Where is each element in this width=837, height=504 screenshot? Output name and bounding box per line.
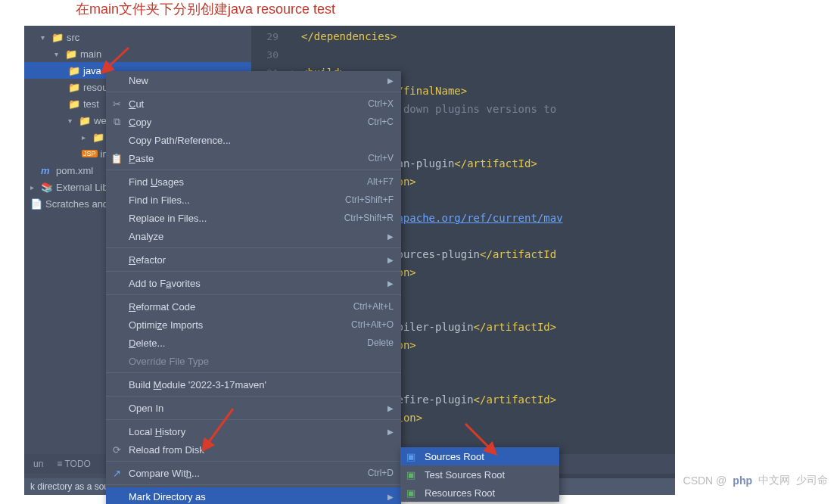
folder-icon: 📁: [92, 132, 104, 143]
folder-icon: 📁: [68, 65, 80, 76]
copy-icon: ⧉: [110, 116, 123, 128]
context-menu: New▶ ✂CutCtrl+X ⧉CopyCtrl+C Copy Path/Re…: [106, 71, 401, 504]
menu-analyze[interactable]: Analyze▶: [106, 227, 401, 245]
shortcut: Ctrl+Alt+O: [351, 319, 394, 330]
chevron-down-icon: ▾: [41, 33, 48, 42]
menu-separator: [106, 294, 401, 295]
shortcut: Delete: [367, 338, 394, 348]
shortcut: Ctrl+D: [368, 468, 394, 478]
shortcut: Ctrl+C: [368, 117, 394, 127]
chevron-right-icon: ▶: [387, 256, 394, 264]
chevron-right-icon: ▶: [387, 404, 394, 412]
menu-separator: [106, 461, 401, 462]
run-tab[interactable]: un: [33, 459, 43, 469]
folder-icon: 📁: [68, 82, 80, 93]
menu-separator: [106, 247, 401, 248]
scratches-icon: 📄: [30, 198, 42, 210]
page-title: 在main文件夹下分别创建java resource test: [0, 0, 837, 24]
menu-cut[interactable]: ✂CutCtrl+X: [106, 95, 401, 113]
shortcut: Ctrl+Alt+L: [353, 301, 394, 312]
mark-directory-submenu: ▣Sources Root ▣Test Sources Root ▣Resour…: [400, 447, 559, 502]
menu-open-in[interactable]: Open In▶: [106, 399, 401, 417]
tree-label: Scratches and: [45, 198, 108, 210]
menu-refactor[interactable]: Refactor▶: [106, 250, 401, 269]
folder-icon: 📁: [79, 115, 91, 126]
menu-separator: [106, 170, 401, 170]
menu-build-module[interactable]: Build Module '2022-3-17maven': [106, 375, 401, 394]
tree-label: pom.xml: [56, 165, 93, 176]
menu-reload[interactable]: ⟳Reload from Disk: [106, 440, 401, 459]
chevron-right-icon: ▶: [387, 232, 394, 241]
chevron-down-icon: ▾: [68, 117, 76, 125]
chevron-right-icon: ▶: [387, 428, 394, 436]
folder-test-icon: ▣: [406, 469, 418, 481]
line-number: 30: [251, 49, 289, 61]
tree-label: java: [83, 65, 101, 76]
menu-separator: [106, 271, 401, 272]
tree-label: test: [83, 98, 99, 110]
paste-icon: 📋: [110, 153, 123, 164]
library-icon: 📚: [41, 182, 53, 193]
chevron-down-icon: ▾: [54, 50, 62, 58]
watermark: CSDN @ php 中文网 少司命: [683, 474, 828, 487]
chevron-right-icon: ▶: [387, 493, 394, 501]
code-line: </dependencies>: [301, 30, 397, 42]
folder-icon: 📁: [68, 98, 80, 110]
cut-icon: ✂: [110, 98, 123, 110]
menu-separator: [106, 92, 401, 92]
tree-row[interactable]: ▾ 📁 main: [24, 45, 251, 62]
compare-icon: ↗: [110, 468, 123, 479]
shortcut: Ctrl+Shift+F: [345, 194, 394, 205]
chevron-right-icon: ▶: [387, 279, 394, 288]
shortcut: Ctrl+V: [368, 153, 394, 163]
shortcut: Ctrl+Shift+R: [344, 213, 394, 223]
menu-replace-in-files[interactable]: Replace in Files...Ctrl+Shift+R: [106, 209, 401, 227]
menu-override-type: Override File Type: [106, 352, 401, 370]
folder-icon: 📁: [65, 48, 77, 60]
menu-optimize-imports[interactable]: Optimize ImportsCtrl+Alt+O: [106, 316, 401, 334]
menu-copy-path[interactable]: Copy Path/Reference...: [106, 131, 401, 149]
tree-row[interactable]: ▾ 📁 src: [24, 29, 251, 45]
folder-icon: 📁: [51, 32, 64, 43]
menu-find-usages[interactable]: Find UsagesAlt+F7: [106, 173, 401, 191]
submenu-test-sources-root[interactable]: ▣Test Sources Root: [400, 465, 559, 484]
chevron-right-icon: ▸: [82, 133, 89, 142]
reload-icon: ⟳: [110, 444, 123, 456]
submenu-resources-root[interactable]: ▣Resources Root: [400, 484, 559, 502]
menu-separator: [106, 372, 401, 373]
chevron-right-icon: ▸: [30, 183, 38, 191]
line-number: 29: [251, 31, 289, 42]
maven-icon: m: [41, 165, 53, 176]
menu-mark-directory-as[interactable]: Mark Directory as▶: [106, 487, 401, 504]
menu-delete[interactable]: Delete...Delete: [106, 334, 401, 352]
menu-find-in-files[interactable]: Find in Files...Ctrl+Shift+F: [106, 191, 401, 209]
tree-label: src: [67, 32, 79, 43]
folder-resources-icon: ▣: [406, 487, 418, 499]
submenu-sources-root[interactable]: ▣Sources Root: [400, 447, 559, 465]
menu-add-favorites[interactable]: Add to Favorites▶: [106, 274, 401, 292]
todo-tab[interactable]: ≡ TODO: [57, 459, 91, 469]
menu-local-history[interactable]: Local History▶: [106, 422, 401, 440]
jsp-icon: JSP: [82, 150, 98, 157]
shortcut: Ctrl+X: [368, 98, 394, 109]
menu-compare-with[interactable]: ↗Compare With...Ctrl+D: [106, 464, 401, 482]
tree-label: main: [80, 48, 101, 60]
menu-separator: [106, 484, 401, 485]
folder-sources-icon: ▣: [406, 451, 418, 462]
menu-copy[interactable]: ⧉CopyCtrl+C: [106, 113, 401, 131]
menu-new[interactable]: New▶: [106, 71, 401, 89]
menu-separator: [106, 396, 401, 397]
menu-reformat[interactable]: Reformat CodeCtrl+Alt+L: [106, 297, 401, 316]
shortcut: Alt+F7: [367, 176, 394, 187]
menu-separator: [106, 419, 401, 420]
menu-paste[interactable]: 📋PasteCtrl+V: [106, 149, 401, 167]
chevron-right-icon: ▶: [387, 76, 394, 85]
